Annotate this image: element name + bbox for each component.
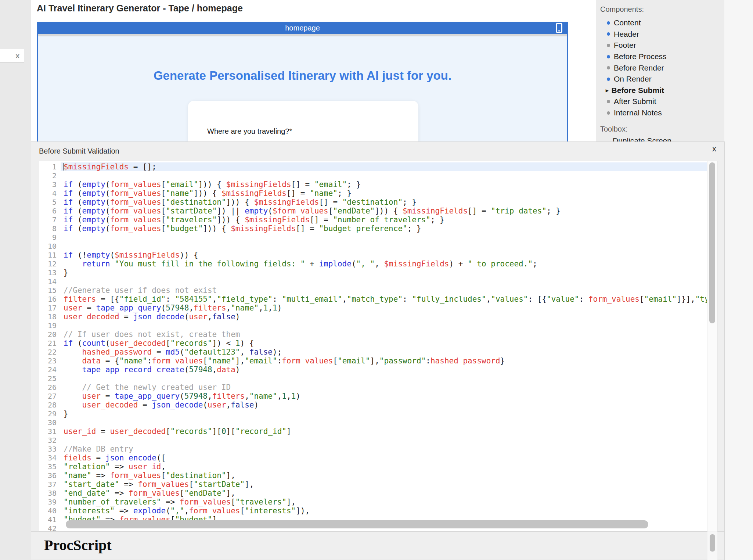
modal-footer-divider bbox=[31, 531, 724, 532]
code-line-21: if (count(user_decoded["records"]) < 1) … bbox=[61, 339, 707, 348]
line-number: 13 bbox=[39, 268, 60, 277]
bullet-icon bbox=[607, 32, 610, 36]
line-number: 36 bbox=[39, 471, 60, 480]
sidebar-item-label: Internal Notes bbox=[614, 108, 662, 117]
sidebar-item-label: Content bbox=[614, 18, 641, 27]
line-number: 31 bbox=[39, 427, 60, 436]
line-number: 6 bbox=[39, 207, 60, 215]
line-number: 17 bbox=[39, 304, 60, 312]
line-number: 34 bbox=[39, 453, 60, 462]
line-number: 39 bbox=[39, 498, 60, 506]
bullet-icon bbox=[607, 111, 610, 115]
bullet-icon bbox=[607, 21, 610, 25]
code-line-2 bbox=[61, 171, 707, 180]
code-line-24: tape_app_record_create(57948,data) bbox=[61, 365, 707, 374]
line-number: 33 bbox=[39, 445, 60, 453]
line-number: 29 bbox=[39, 409, 60, 418]
code-line-13: } bbox=[61, 268, 707, 277]
components-list: ContentHeaderFooterBefore ProcessBefore … bbox=[596, 17, 724, 118]
code-line-12: return "You must fill in the following f… bbox=[61, 259, 707, 268]
line-number: 28 bbox=[39, 401, 60, 409]
line-number: 5 bbox=[39, 198, 60, 207]
line-number: 11 bbox=[39, 251, 60, 259]
sidebar-item-header[interactable]: Header bbox=[596, 29, 724, 40]
preview-screen-title: homepage bbox=[38, 22, 567, 34]
vertical-scrollbar-thumb[interactable] bbox=[709, 162, 715, 323]
line-number: 12 bbox=[39, 259, 60, 268]
code-line-23: data = {"name":form_values["name"],"emai… bbox=[61, 356, 707, 365]
line-number: 25 bbox=[39, 374, 60, 383]
line-number: 18 bbox=[39, 312, 60, 321]
line-number: 32 bbox=[39, 436, 60, 445]
right-page-margin bbox=[724, 0, 753, 560]
line-number: 15 bbox=[39, 286, 60, 295]
sidebar-item-on-render[interactable]: On Render bbox=[596, 73, 724, 85]
code-area[interactable]: $missingFields = [];if (empty(form_value… bbox=[61, 161, 707, 531]
sidebar-item-internal-notes[interactable]: Internal Notes bbox=[596, 107, 724, 119]
sidebar-item-content[interactable]: Content bbox=[596, 17, 724, 29]
sidebar-item-label: After Submit bbox=[614, 97, 656, 106]
code-line-1: $missingFields = []; bbox=[61, 162, 707, 171]
modal-close-button[interactable]: x bbox=[712, 144, 716, 154]
toolbox-label: Toolbox: bbox=[596, 125, 724, 133]
active-arrow-icon: ▸ bbox=[606, 87, 609, 94]
sidebar-item-before-render[interactable]: Before Render bbox=[596, 62, 724, 73]
code-line-25 bbox=[61, 374, 707, 383]
line-number: 10 bbox=[39, 242, 60, 251]
bullet-icon bbox=[607, 55, 610, 58]
panel-collapse-button[interactable]: x bbox=[0, 49, 24, 62]
code-line-11: if (!empty($missingFields)) { bbox=[61, 251, 707, 259]
line-number: 23 bbox=[39, 356, 60, 365]
line-number: 8 bbox=[39, 224, 60, 233]
sidebar-item-label: On Render bbox=[614, 75, 652, 83]
code-line-18: user_decoded = json_decode(user,false) bbox=[61, 312, 707, 321]
code-line-14 bbox=[61, 277, 707, 286]
line-number: 38 bbox=[39, 489, 60, 498]
code-line-20: // If user does not exist, create them bbox=[61, 330, 707, 339]
line-number: 7 bbox=[39, 215, 60, 224]
line-number: 27 bbox=[39, 392, 60, 401]
code-line-7: if (empty(form_values["travelers"])) { $… bbox=[61, 215, 707, 224]
left-gutter-strip bbox=[0, 0, 31, 560]
line-number: 16 bbox=[39, 295, 60, 304]
editor-vertical-scrollbar[interactable] bbox=[707, 161, 717, 531]
preview-divider bbox=[38, 34, 567, 36]
code-line-29: } bbox=[61, 409, 707, 418]
code-line-35: "relation" => user_id, bbox=[61, 462, 707, 471]
code-line-33: //Make DB entry bbox=[61, 445, 707, 453]
code-line-10 bbox=[61, 242, 707, 251]
modal-scrollbar-thumb[interactable] bbox=[710, 534, 715, 552]
line-number: 42 bbox=[39, 524, 60, 531]
modal-scrollbar-track[interactable] bbox=[707, 531, 717, 560]
line-number: 22 bbox=[39, 348, 60, 356]
code-line-36: "name" => form_values["destination"], bbox=[61, 471, 707, 480]
line-number: 37 bbox=[39, 480, 60, 489]
code-line-32 bbox=[61, 436, 707, 445]
code-line-15: //Generate user if does not exist bbox=[61, 286, 707, 295]
code-line-37: "start_date" => form_values["startDate"]… bbox=[61, 480, 707, 489]
code-line-6: if (empty(form_values["startDate"]) || e… bbox=[61, 207, 707, 215]
code-line-31: user_id = user_decoded["records"][0]["re… bbox=[61, 427, 707, 436]
code-line-3: if (empty(form_values["email"])) { $miss… bbox=[61, 180, 707, 189]
bullet-icon bbox=[607, 100, 610, 103]
code-line-22: hashed_password = md5("default123", fals… bbox=[61, 348, 707, 356]
sidebar-item-label: Footer bbox=[614, 41, 636, 50]
line-number: 40 bbox=[39, 506, 60, 515]
sidebar-item-label: Before Submit bbox=[612, 86, 664, 95]
sidebar-item-before-submit[interactable]: ▸Before Submit bbox=[596, 85, 724, 96]
sidebar-item-before-process[interactable]: Before Process bbox=[596, 51, 724, 62]
code-line-30 bbox=[61, 418, 707, 427]
code-line-19 bbox=[61, 321, 707, 330]
sidebar-item-after-submit[interactable]: After Submit bbox=[596, 96, 724, 107]
bullet-icon bbox=[607, 66, 610, 69]
code-editor[interactable]: 1234567891011121314151617181920212223242… bbox=[39, 161, 717, 531]
line-number: 20 bbox=[39, 330, 60, 339]
line-number: 41 bbox=[39, 515, 60, 524]
code-line-16: filters = [{"field_id": "584155","field_… bbox=[61, 295, 707, 304]
line-number: 35 bbox=[39, 462, 60, 471]
script-language-label: ProcScript bbox=[44, 536, 112, 554]
sidebar-item-footer[interactable]: Footer bbox=[596, 40, 724, 51]
horizontal-scrollbar-thumb[interactable] bbox=[66, 520, 648, 528]
mobile-phone-icon bbox=[556, 23, 562, 33]
before-submit-validation-modal: Before Submit Validation x 1234567891011… bbox=[31, 141, 725, 560]
